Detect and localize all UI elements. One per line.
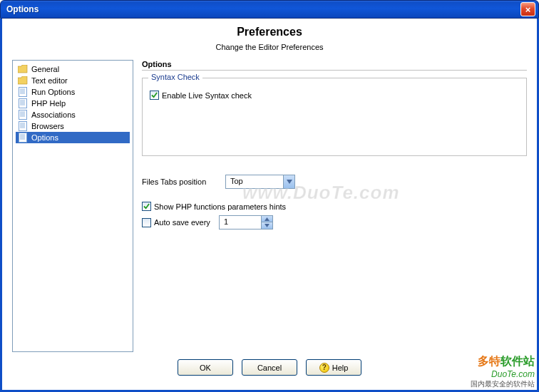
auto-save-value: 1 — [220, 216, 261, 229]
sidebar-item-php-help[interactable]: PHP Help — [16, 98, 130, 109]
page-icon — [17, 110, 29, 120]
dialog-header: Preferences Change the Editor Preference… — [2, 19, 537, 60]
page-icon — [17, 87, 29, 97]
close-button[interactable]: × — [520, 2, 535, 16]
enable-live-syntax-checkbox[interactable] — [150, 91, 159, 100]
help-icon: ? — [319, 363, 329, 373]
sidebar-item-label: Text editor — [31, 76, 68, 86]
syntax-check-legend: Syntax Check — [148, 73, 202, 81]
files-tabs-label: Files Tabs position — [142, 177, 217, 186]
enable-live-syntax-label: Enable Live Syntax check — [162, 91, 252, 100]
auto-save-checkbox[interactable] — [142, 218, 151, 227]
sidebar-item-label: PHP Help — [31, 98, 66, 108]
sidebar-item-general[interactable]: General — [16, 63, 130, 75]
sidebar-item-label: General — [31, 64, 59, 74]
options-panel: Options Syntax Check Enable Live Syntax … — [142, 60, 527, 352]
titlebar: Options × — [0, 0, 539, 19]
sidebar-item-options[interactable]: Options — [16, 132, 130, 143]
dialog-buttons: OK Cancel ? Help — [2, 359, 537, 376]
page-icon — [17, 98, 29, 108]
sidebar-item-text-editor[interactable]: Text editor — [16, 75, 130, 86]
chevron-down-icon[interactable] — [283, 175, 294, 188]
syntax-check-group: Syntax Check Enable Live Syntax check — [142, 78, 527, 156]
sidebar-item-associations[interactable]: Associations — [16, 109, 130, 120]
cancel-button[interactable]: Cancel — [242, 359, 297, 376]
show-php-hints-checkbox[interactable] — [142, 202, 151, 211]
show-php-hints-row: Show PHP functions parameters hints — [142, 202, 527, 211]
section-title: Options — [142, 60, 527, 71]
sidebar-item-label: Options — [31, 133, 58, 143]
show-php-hints-label: Show PHP functions parameters hints — [154, 202, 286, 211]
auto-save-row: Auto save every 1 — [142, 215, 527, 229]
sidebar-item-browsers[interactable]: Browsers — [16, 120, 130, 132]
dialog-frame: Preferences Change the Editor Preference… — [0, 19, 539, 392]
page-subtitle: Change the Editor Preferences — [2, 43, 537, 51]
enable-live-syntax-row: Enable Live Syntax check — [150, 91, 519, 100]
close-icon: × — [525, 4, 531, 15]
page-icon — [17, 121, 29, 131]
window-title: Options — [6, 4, 520, 14]
page-title: Preferences — [2, 26, 537, 38]
folder-icon — [17, 64, 29, 74]
sidebar-item-label: Associations — [31, 110, 76, 120]
spinner-down-icon[interactable] — [262, 222, 272, 229]
sidebar-item-label: Browsers — [31, 121, 64, 131]
auto-save-label: Auto save every — [154, 218, 210, 227]
auto-save-spinner[interactable]: 1 — [219, 215, 273, 229]
help-button[interactable]: ? Help — [306, 359, 361, 376]
ok-button[interactable]: OK — [178, 359, 233, 376]
spinner-up-icon[interactable] — [262, 216, 272, 222]
files-tabs-select[interactable]: Top — [225, 175, 295, 189]
sidebar-item-run-options[interactable]: Run Options — [16, 86, 130, 98]
files-tabs-value: Top — [226, 175, 283, 188]
files-tabs-row: Files Tabs position Top — [142, 175, 527, 189]
category-sidebar: GeneralText editorRun OptionsPHP HelpAss… — [12, 60, 133, 352]
sidebar-item-label: Run Options — [31, 87, 75, 97]
page-icon — [17, 133, 29, 143]
folder-icon — [17, 76, 29, 86]
